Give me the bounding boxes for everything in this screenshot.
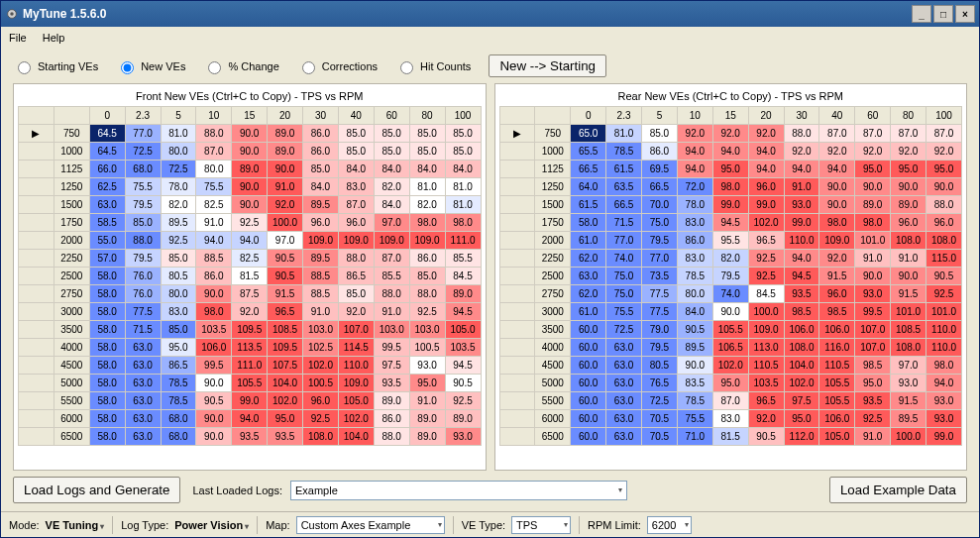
- row-header[interactable]: 2750: [535, 285, 571, 303]
- ve-cell[interactable]: 91.5: [891, 285, 926, 303]
- ve-cell[interactable]: 77.5: [642, 285, 678, 303]
- row-pointer[interactable]: [499, 250, 535, 268]
- ve-cell[interactable]: 81.0: [445, 178, 481, 196]
- ve-cell[interactable]: 80.0: [161, 143, 196, 161]
- ve-cell[interactable]: 72.5: [606, 321, 642, 339]
- ve-cell[interactable]: 76.5: [642, 375, 678, 392]
- ve-cell[interactable]: 83.0: [677, 214, 712, 232]
- ve-cell[interactable]: 109.0: [409, 232, 445, 250]
- ve-cell[interactable]: 80.0: [677, 285, 712, 303]
- column-header[interactable]: 15: [232, 107, 268, 125]
- ve-cell[interactable]: 100.0: [891, 428, 926, 446]
- ve-cell[interactable]: 68.0: [161, 428, 196, 446]
- ve-cell[interactable]: 109.0: [338, 375, 374, 392]
- ve-cell[interactable]: 116.0: [819, 339, 855, 357]
- ve-cell[interactable]: 98.5: [855, 357, 891, 375]
- column-header[interactable]: 40: [819, 107, 855, 125]
- row-header[interactable]: 1000: [54, 143, 89, 161]
- ve-cell[interactable]: 89.0: [268, 143, 303, 161]
- ve-cell[interactable]: 93.5: [855, 392, 891, 410]
- ve-cell[interactable]: 58.0: [89, 285, 125, 303]
- new-to-starting-button[interactable]: New --> Starting: [489, 54, 606, 77]
- ve-cell[interactable]: 90.5: [268, 268, 303, 285]
- ve-cell[interactable]: 108.0: [784, 339, 819, 357]
- ve-cell[interactable]: 81.0: [161, 125, 196, 143]
- ve-cell[interactable]: 58.0: [89, 339, 125, 357]
- ve-cell[interactable]: 87.0: [338, 196, 374, 214]
- ve-cell[interactable]: 106.0: [819, 321, 855, 339]
- ve-cell[interactable]: 76.0: [125, 268, 161, 285]
- row-pointer[interactable]: [19, 428, 54, 446]
- ve-cell[interactable]: 94.0: [232, 232, 268, 250]
- row-header[interactable]: 6500: [535, 428, 571, 446]
- ve-cell[interactable]: 62.0: [571, 250, 606, 268]
- ve-cell[interactable]: 60.0: [571, 339, 606, 357]
- vetype-combo[interactable]: TPS: [511, 516, 571, 534]
- ve-cell[interactable]: 94.5: [445, 357, 481, 375]
- logtype-value[interactable]: Power Vision▾: [174, 519, 249, 531]
- ve-cell[interactable]: 94.0: [677, 161, 712, 178]
- ve-cell[interactable]: 94.5: [712, 214, 748, 232]
- column-header[interactable]: 60: [855, 107, 891, 125]
- ve-cell[interactable]: 75.5: [196, 178, 232, 196]
- ve-cell[interactable]: 102.0: [712, 357, 748, 375]
- ve-cell[interactable]: 85.0: [303, 161, 339, 178]
- ve-cell[interactable]: 109.5: [232, 321, 268, 339]
- ve-cell[interactable]: 85.0: [409, 268, 445, 285]
- ve-cell[interactable]: 90.0: [232, 196, 268, 214]
- row-header[interactable]: 6000: [535, 410, 571, 428]
- row-pointer[interactable]: [499, 178, 535, 196]
- rear-ve-table[interactable]: 02.3510152030406080100▶75065.081.085.092…: [499, 106, 963, 446]
- ve-cell[interactable]: 98.5: [819, 303, 855, 321]
- ve-cell[interactable]: 104.0: [338, 428, 374, 446]
- ve-cell[interactable]: 99.0: [748, 196, 784, 214]
- ve-cell[interactable]: 83.0: [712, 410, 748, 428]
- row-header[interactable]: 4000: [54, 339, 89, 357]
- row-pointer[interactable]: [19, 232, 54, 250]
- ve-cell[interactable]: 78.5: [677, 268, 712, 285]
- ve-cell[interactable]: 89.0: [409, 410, 445, 428]
- ve-cell[interactable]: 106.0: [196, 339, 232, 357]
- ve-cell[interactable]: 107.5: [268, 357, 303, 375]
- ve-cell[interactable]: 94.0: [196, 232, 232, 250]
- column-header[interactable]: 5: [642, 107, 678, 125]
- column-header[interactable]: 10: [196, 107, 232, 125]
- ve-cell[interactable]: 100.5: [303, 375, 339, 392]
- ve-cell[interactable]: 110.0: [784, 232, 819, 250]
- ve-cell[interactable]: 102.0: [303, 357, 339, 375]
- row-pointer[interactable]: [19, 268, 54, 285]
- ve-cell[interactable]: 91.0: [855, 428, 891, 446]
- ve-cell[interactable]: 95.0: [409, 375, 445, 392]
- ve-cell[interactable]: 109.5: [268, 339, 303, 357]
- ve-cell[interactable]: 72.5: [125, 143, 161, 161]
- ve-cell[interactable]: 110.0: [926, 339, 962, 357]
- ve-cell[interactable]: 85.0: [338, 143, 374, 161]
- minimize-button[interactable]: _: [912, 5, 931, 23]
- ve-cell[interactable]: 60.0: [571, 357, 606, 375]
- ve-cell[interactable]: 103.5: [445, 339, 481, 357]
- row-pointer[interactable]: [19, 392, 54, 410]
- column-header[interactable]: 2.3: [125, 107, 161, 125]
- ve-cell[interactable]: 85.0: [445, 143, 481, 161]
- ve-cell[interactable]: 90.0: [196, 410, 232, 428]
- row-header[interactable]: 2250: [535, 250, 571, 268]
- ve-cell[interactable]: 88.0: [926, 196, 962, 214]
- row-header[interactable]: 750: [54, 125, 89, 143]
- row-pointer[interactable]: [499, 214, 535, 232]
- ve-cell[interactable]: 84.0: [677, 303, 712, 321]
- ve-cell[interactable]: 96.0: [926, 214, 962, 232]
- ve-cell[interactable]: 85.5: [374, 268, 409, 285]
- ve-cell[interactable]: 109.0: [374, 232, 409, 250]
- ve-cell[interactable]: 58.5: [89, 214, 125, 232]
- ve-cell[interactable]: 58.0: [89, 268, 125, 285]
- row-header[interactable]: 6000: [54, 410, 89, 428]
- ve-cell[interactable]: 89.0: [409, 428, 445, 446]
- ve-cell[interactable]: 63.0: [571, 268, 606, 285]
- ve-cell[interactable]: 69.5: [642, 161, 678, 178]
- column-header[interactable]: 20: [268, 107, 303, 125]
- ve-cell[interactable]: 91.5: [268, 285, 303, 303]
- ve-cell[interactable]: 105.5: [819, 375, 855, 392]
- ve-cell[interactable]: 94.0: [748, 143, 784, 161]
- ve-cell[interactable]: 103.0: [303, 321, 339, 339]
- ve-cell[interactable]: 99.5: [374, 339, 409, 357]
